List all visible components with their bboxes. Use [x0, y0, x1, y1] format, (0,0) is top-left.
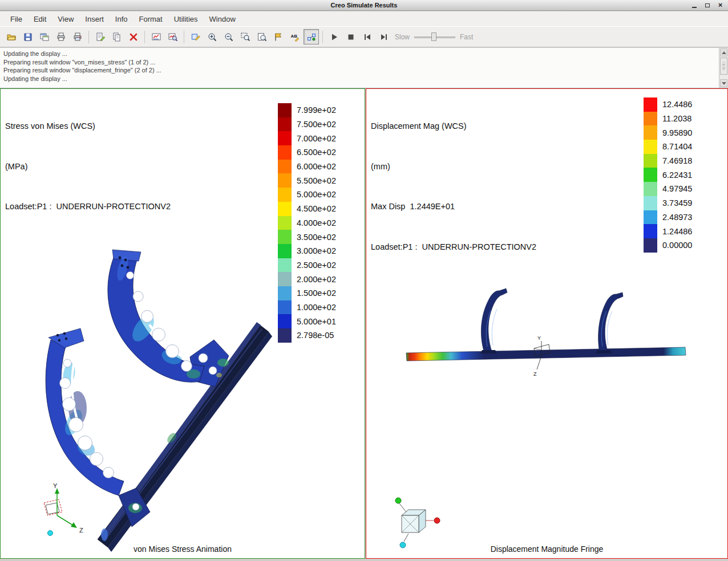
legend-color-swatch [278, 131, 292, 145]
legend-value: 7.46918 [662, 156, 692, 165]
copy-button[interactable] [109, 29, 124, 44]
legend-entry: 5.500e+02 [278, 173, 336, 188]
menu-item[interactable]: Window [204, 13, 241, 25]
legend-value: 5.000e+02 [297, 190, 336, 199]
print-options-button[interactable] [70, 29, 85, 44]
save-a-copy-button[interactable] [37, 29, 52, 44]
legend-color-swatch [644, 196, 657, 210]
menu-item[interactable]: View [52, 13, 79, 25]
menu-item[interactable]: Insert [79, 13, 110, 25]
slider-thumb[interactable] [431, 32, 436, 41]
refit-magnifier-icon [257, 32, 267, 42]
message-line: Preparing result window "von_mises_stres… [3, 58, 715, 67]
stress-window-header: Stress von Mises (WCS) (MPa) Loadset:P1 … [5, 93, 171, 241]
legend-color-swatch [278, 202, 292, 216]
minimize-icon [692, 7, 697, 8]
legend-entry: 7.500e+02 [278, 117, 336, 132]
legend-entry: 4.97945 [644, 182, 692, 196]
legend-entry: 9.95890 [644, 125, 692, 140]
legend-value: 0.00000 [662, 241, 692, 250]
restore-button[interactable] [702, 1, 712, 9]
displacement-title: Displacement Mag (WCS) [371, 120, 536, 133]
legend-color-swatch [278, 286, 292, 300]
stop-button[interactable] [343, 29, 358, 44]
review-results-button[interactable] [165, 29, 180, 44]
legend-color-swatch [644, 140, 657, 154]
delete-button[interactable] [126, 29, 141, 44]
previous-frame-button[interactable] [359, 29, 375, 44]
legend-value: 7.999e+02 [297, 105, 336, 115]
legend-color-swatch [278, 145, 292, 160]
legend-value: 4.000e+02 [297, 218, 336, 227]
legend-entry: 11.2038 [644, 112, 692, 126]
menu-bar: File Edit View Insert Info Format Utilit… [0, 11, 728, 26]
title-bar: Creo Simulate Results × [0, 0, 728, 11]
support-left [480, 288, 507, 353]
zoom-out-button[interactable] [221, 29, 236, 44]
menu-item[interactable]: Utilities [168, 13, 204, 25]
legend-value: 5.000e+01 [297, 317, 336, 326]
legend-value: 6.000e+02 [297, 162, 336, 171]
zoom-box-button[interactable] [237, 29, 253, 44]
legend-value: 4.500e+02 [297, 204, 336, 213]
displacement-loadset: Loadset:P1 : UNDERRUN-PROTECTIONV2 [371, 241, 536, 254]
toolbar-separator [184, 31, 184, 43]
animation-speed-slider[interactable] [414, 32, 455, 42]
legend-value: 7.500e+02 [297, 120, 336, 129]
legend-color-swatch [278, 258, 292, 273]
legend-color-swatch [278, 188, 292, 202]
displacement-units: (mm) [371, 160, 536, 174]
displacement-window-header: Displacement Mag (WCS) (mm) Max Disp 1.2… [371, 93, 536, 280]
legend-value: 8.71404 [662, 142, 692, 151]
close-button[interactable]: × [715, 1, 725, 9]
scroll-up-button[interactable] [720, 48, 727, 56]
menu-item[interactable]: File [5, 13, 28, 25]
save-a-copy-icon [39, 32, 50, 42]
print-button[interactable] [53, 29, 68, 44]
csys-y-label: Y [537, 335, 541, 341]
legend-entry: 4.000e+02 [278, 216, 336, 230]
legend-entry: 4.500e+02 [278, 202, 336, 216]
stress-loadset: Loadset:P1 : UNDERRUN-PROTECTIONV2 [5, 200, 171, 214]
scroll-thumb[interactable] [720, 58, 727, 75]
menu-item[interactable]: Info [110, 13, 134, 25]
legend-value: 5.500e+02 [297, 176, 336, 185]
scroll-down-button[interactable] [720, 79, 727, 87]
window-title: Creo Simulate Results [331, 2, 398, 9]
annotate-button[interactable]: AB [287, 29, 302, 44]
tag-button[interactable] [270, 29, 286, 44]
result-window-displacement[interactable]: Y Z Displacement Mag (WCS) (mm) Max [366, 88, 728, 559]
restore-icon [705, 3, 710, 7]
legend-entry: 7.46918 [644, 154, 692, 168]
legend-color-swatch [278, 300, 292, 315]
zoom-refit-button[interactable] [254, 29, 269, 44]
format-result-button[interactable] [188, 29, 203, 44]
legend-value: 1.000e+02 [297, 303, 336, 312]
next-frame-button[interactable] [376, 29, 391, 44]
legend-color-swatch [644, 210, 657, 225]
animate-toggle-button[interactable] [304, 29, 319, 44]
menu-item[interactable]: Format [134, 13, 168, 25]
message-area[interactable]: Updating the display ... Preparing resul… [0, 48, 719, 88]
menu-item[interactable]: Edit [28, 13, 52, 25]
legend-color-swatch [644, 125, 657, 140]
zoom-in-button[interactable] [204, 29, 220, 44]
edit-report-button[interactable] [92, 29, 108, 44]
svg-text:AB: AB [290, 34, 297, 39]
legend-value: 6.22431 [662, 170, 692, 180]
minimize-button[interactable] [689, 1, 699, 9]
legend-value: 9.95890 [662, 128, 692, 137]
legend-value: 1.24486 [662, 227, 692, 236]
legend-value: 12.4486 [662, 100, 692, 109]
legend-entry: 2.798e-05 [278, 328, 336, 343]
chart-magnifier-icon [168, 32, 178, 42]
result-window-von-mises[interactable]: Y Z Stress von Mises (WCS) (MPa) Loadset… [0, 88, 365, 559]
play-button[interactable] [326, 29, 342, 44]
result-window-button[interactable] [148, 29, 164, 44]
legend-color-swatch [644, 112, 657, 126]
copy-icon [112, 32, 122, 42]
open-button[interactable] [3, 29, 19, 44]
save-button[interactable] [20, 29, 35, 44]
legend-entry: 2.48973 [644, 210, 692, 225]
z-axis-label: Z [79, 527, 83, 534]
